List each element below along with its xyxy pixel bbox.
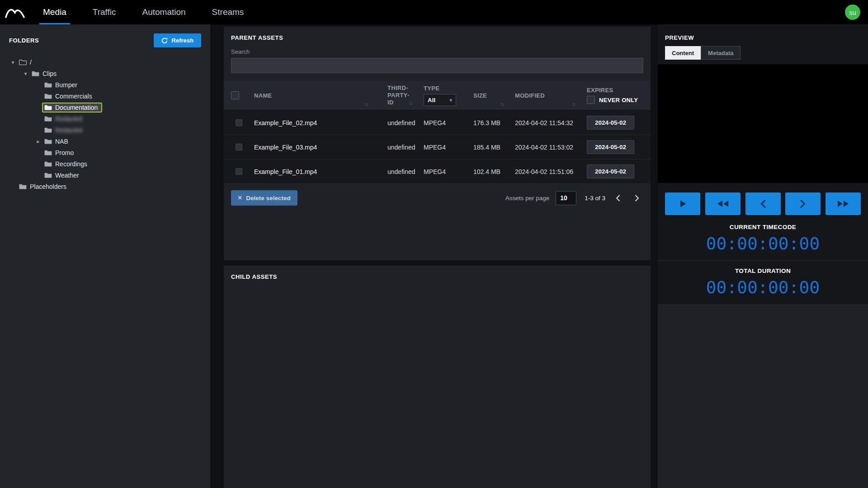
select-all-checkbox[interactable]: [231, 91, 239, 99]
asset-name: Example_File_03.mp4: [246, 144, 379, 151]
expires-date-button[interactable]: 2024-05-02: [587, 164, 634, 178]
folder-tree-item[interactable]: Redacted: [0, 124, 92, 136]
expires-date-button[interactable]: 2024-05-02: [587, 140, 634, 154]
folder-item-inner: Bumper: [42, 80, 82, 90]
rewind-icon: [717, 200, 729, 208]
nav-tab-automation[interactable]: Automation: [129, 0, 198, 24]
folder-icon: [19, 59, 27, 66]
folder-item-inner: Documentation: [42, 103, 102, 113]
play-button[interactable]: [665, 192, 700, 215]
app-logo[interactable]: [0, 0, 30, 24]
folder-item-inner: NAB: [42, 136, 73, 146]
column-header-size[interactable]: SIZE: [473, 92, 487, 99]
column-header-third-party-id[interactable]: THIRD-PARTY-ID: [387, 84, 410, 107]
folder-tree-item[interactable]: Documentation: [0, 102, 108, 113]
row-checkbox[interactable]: [236, 168, 242, 175]
type-filter-select[interactable]: All ▾: [424, 94, 456, 106]
parent-assets-title: PARENT ASSETS: [231, 34, 283, 41]
folder-tree-item[interactable]: ▾/: [0, 56, 42, 68]
user-avatar[interactable]: su: [845, 5, 860, 20]
asset-size: 102.4 MB: [465, 168, 507, 175]
sort-icon[interactable]: ↑↓: [409, 100, 412, 107]
asset-row[interactable]: Example_File_01.mp4undefinedMPEG4102.4 M…: [224, 160, 651, 184]
nav-tab-streams[interactable]: Streams: [199, 0, 257, 24]
next-page-button[interactable]: [631, 192, 643, 204]
sort-icon[interactable]: ↑↓: [500, 101, 503, 107]
folder-icon: [31, 70, 40, 77]
tree-caret-expanded-icon[interactable]: ▾: [9, 59, 17, 66]
folder-label: Recordings: [55, 160, 87, 168]
folder-label: Placeholders: [30, 183, 66, 190]
assets-per-page-label: Assets per page: [505, 195, 550, 202]
folder-item-inner: Placeholders: [17, 182, 71, 192]
rewind-button[interactable]: [705, 192, 741, 215]
folder-label: Clips: [42, 70, 57, 77]
chevron-left-icon: [760, 199, 766, 208]
assets-per-page-input[interactable]: [556, 191, 576, 205]
refresh-button[interactable]: Refresh: [154, 33, 201, 47]
folder-item-inner: Clips: [29, 69, 61, 79]
tree-caret-expanded-icon[interactable]: ▾: [22, 70, 29, 77]
asset-expires-cell: 2024-05-02: [579, 140, 651, 154]
tab-content[interactable]: Content: [665, 46, 701, 60]
folder-label: Commercials: [55, 93, 92, 100]
column-header-name[interactable]: NAME: [254, 92, 272, 99]
step-back-button[interactable]: [745, 192, 781, 215]
tree-caret-collapsed-icon[interactable]: ▸: [34, 138, 42, 145]
folder-tree: ▾/▾ClipsBumperCommercialsDocumentationRe…: [0, 51, 210, 192]
chevron-down-icon: ▾: [450, 98, 452, 103]
folder-tree-item[interactable]: Redacted: [0, 113, 92, 124]
tab-metadata[interactable]: Metadata: [701, 46, 741, 60]
asset-size: 176.3 MB: [465, 119, 507, 127]
never-only-checkbox[interactable]: [587, 96, 595, 104]
folder-tree-item[interactable]: ▸NAB: [0, 136, 78, 147]
step-forward-button[interactable]: [785, 192, 821, 215]
asset-row[interactable]: Example_File_03.mp4undefinedMPEG4185.4 M…: [224, 135, 651, 160]
row-checkbox[interactable]: [236, 119, 242, 126]
nav-tab-media[interactable]: Media: [30, 0, 80, 24]
asset-type: MPEG4: [415, 168, 465, 175]
folder-item-inner: /: [17, 57, 36, 67]
folder-tree-item[interactable]: Promo: [0, 147, 84, 158]
folder-icon: [44, 172, 52, 178]
folder-tree-item[interactable]: Weather: [0, 169, 89, 181]
pagination-range: 1-3 of 3: [585, 195, 605, 202]
folders-header: FOLDERS Refresh: [0, 24, 210, 51]
type-filter-value: All: [428, 97, 436, 103]
asset-row[interactable]: Example_File_02.mp4undefinedMPEG4176.3 M…: [224, 111, 651, 135]
search-input[interactable]: [231, 58, 643, 73]
page-layout: FOLDERS Refresh ▾/▾ClipsBumperCommercial…: [0, 24, 868, 488]
chevron-left-icon: [615, 194, 621, 202]
table-footer: × Delete selected Assets per page 1-3 of…: [224, 184, 651, 212]
asset-third-party-id: undefined: [379, 119, 415, 127]
folder-icon: [44, 93, 52, 99]
previous-page-button[interactable]: [612, 192, 624, 204]
sort-icon[interactable]: ↑↓: [364, 101, 368, 107]
fast-forward-button[interactable]: [826, 192, 861, 215]
asset-type: MPEG4: [415, 119, 465, 127]
column-header-modified[interactable]: MODIFIED: [515, 92, 545, 99]
nav-tab-traffic[interactable]: Traffic: [80, 0, 129, 24]
delete-selected-button[interactable]: × Delete selected: [231, 190, 297, 206]
folder-item-inner: Recordings: [42, 159, 92, 169]
sort-icon[interactable]: ↑↓: [572, 101, 575, 107]
preview-panel: PREVIEW Content Metadata: [658, 24, 868, 488]
never-only-label: NEVER ONLY: [599, 97, 638, 103]
top-bar: MediaTrafficAutomationStreams su: [0, 0, 868, 24]
folder-tree-item[interactable]: Commercials: [0, 90, 102, 102]
preview-tabs: Content Metadata: [658, 46, 868, 60]
folder-tree-item[interactable]: ▾Clips: [0, 68, 66, 79]
folder-label: /: [30, 59, 32, 66]
folder-tree-item[interactable]: Bumper: [0, 79, 87, 90]
folder-icon: [44, 138, 52, 145]
expires-date-button[interactable]: 2024-05-02: [587, 116, 634, 130]
folder-label: Weather: [55, 172, 79, 179]
row-checkbox[interactable]: [236, 144, 242, 150]
folder-tree-item[interactable]: Placeholders: [0, 181, 76, 192]
folder-tree-item[interactable]: Recordings: [0, 158, 97, 169]
folder-icon: [19, 183, 27, 190]
asset-type: MPEG4: [415, 144, 465, 151]
column-header-type: TYPE: [424, 85, 439, 92]
folder-label: Documentation: [55, 104, 98, 111]
total-duration-value: 00:00:00:00: [658, 277, 868, 297]
